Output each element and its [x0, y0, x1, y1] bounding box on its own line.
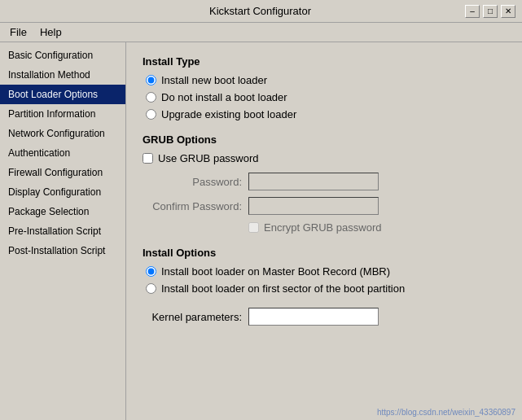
confirm-password-row: Confirm Password: [143, 197, 506, 215]
sidebar-item-network-configuration[interactable]: Network Configuration [0, 124, 125, 143]
radio-do-not-install[interactable]: Do not install a boot loader [146, 91, 506, 103]
grub-options-section: GRUB Options Use GRUB password Password:… [143, 133, 506, 234]
close-button[interactable]: ✕ [501, 5, 515, 18]
radio-install-first-sector-input[interactable] [146, 283, 156, 294]
radio-install-first-sector[interactable]: Install boot loader on first sector of t… [146, 282, 506, 295]
confirm-password-label: Confirm Password: [143, 200, 248, 212]
kernel-parameters-row: Kernel parameters: [143, 308, 506, 326]
install-options-title: Install Options [143, 247, 506, 259]
sidebar-item-installation-method[interactable]: Installation Method [0, 65, 125, 85]
password-label: Password: [143, 176, 248, 188]
sidebar: Basic ConfigurationInstallation MethodBo… [0, 42, 126, 420]
use-grub-password-checkbox[interactable] [143, 153, 153, 164]
install-type-radio-group: Install new boot loader Do not install a… [143, 74, 506, 120]
sidebar-item-basic-configuration[interactable]: Basic Configuration [0, 46, 125, 65]
menu-bar: File Help [0, 23, 522, 42]
radio-install-new-input[interactable] [146, 75, 156, 85]
radio-install-new-label: Install new boot loader [161, 74, 267, 86]
radio-do-not-install-input[interactable] [146, 92, 156, 103]
use-grub-password-checkbox-label[interactable]: Use GRUB password [143, 152, 506, 164]
menu-help[interactable]: Help [33, 24, 68, 40]
sidebar-item-pre-installation-script[interactable]: Pre-Installation Script [0, 221, 125, 241]
minimize-button[interactable]: – [465, 5, 480, 18]
radio-install-new[interactable]: Install new boot loader [146, 74, 506, 86]
kernel-parameters-input[interactable] [248, 308, 379, 326]
password-row: Password: [143, 173, 506, 190]
radio-install-mbr[interactable]: Install boot loader on Master Boot Recor… [146, 265, 506, 278]
radio-upgrade-existing[interactable]: Upgrade existing boot loader [146, 108, 506, 120]
install-options-radio-group: Install boot loader on Master Boot Recor… [143, 265, 506, 295]
radio-install-mbr-input[interactable] [146, 266, 156, 277]
sidebar-item-authentication[interactable]: Authentication [0, 143, 125, 163]
sidebar-item-post-installation-script[interactable]: Post-Installation Script [0, 241, 125, 260]
install-type-title: Install Type [143, 55, 506, 68]
sidebar-item-package-selection[interactable]: Package Selection [0, 202, 125, 221]
content-area: Install Type Install new boot loader Do … [126, 42, 522, 420]
radio-upgrade-existing-label: Upgrade existing boot loader [161, 108, 296, 120]
sidebar-item-partition-information[interactable]: Partition Information [0, 104, 125, 124]
radio-do-not-install-label: Do not install a boot loader [161, 91, 287, 103]
sidebar-item-display-configuration[interactable]: Display Configuration [0, 182, 125, 202]
encrypt-grub-label: Encrypt GRUB password [264, 221, 382, 234]
grub-options-title: GRUB Options [143, 133, 506, 146]
radio-install-mbr-label: Install boot loader on Master Boot Recor… [161, 265, 390, 278]
radio-upgrade-existing-input[interactable] [146, 109, 156, 120]
maximize-button[interactable]: □ [483, 5, 498, 18]
main-layout: Basic ConfigurationInstallation MethodBo… [0, 42, 522, 420]
window-title: Kickstart Configurator [55, 5, 465, 17]
encrypt-grub-row: Encrypt GRUB password [248, 221, 506, 234]
title-bar: Kickstart Configurator – □ ✕ [0, 0, 522, 23]
encrypt-grub-checkbox[interactable] [248, 222, 259, 233]
title-bar-buttons: – □ ✕ [465, 5, 515, 18]
watermark: https://blog.csdn.net/weixin_43360897 [377, 408, 515, 417]
install-options-section: Install Options Install boot loader on M… [143, 247, 506, 295]
menu-file[interactable]: File [3, 24, 33, 40]
confirm-password-input[interactable] [248, 197, 379, 215]
sidebar-item-boot-loader-options[interactable]: Boot Loader Options [0, 85, 125, 104]
kernel-parameters-label: Kernel parameters: [143, 311, 248, 323]
radio-install-first-sector-label: Install boot loader on first sector of t… [161, 282, 405, 295]
sidebar-item-firewall-configuration[interactable]: Firewall Configuration [0, 163, 125, 182]
password-input[interactable] [248, 173, 379, 190]
use-grub-password-label: Use GRUB password [158, 152, 259, 164]
